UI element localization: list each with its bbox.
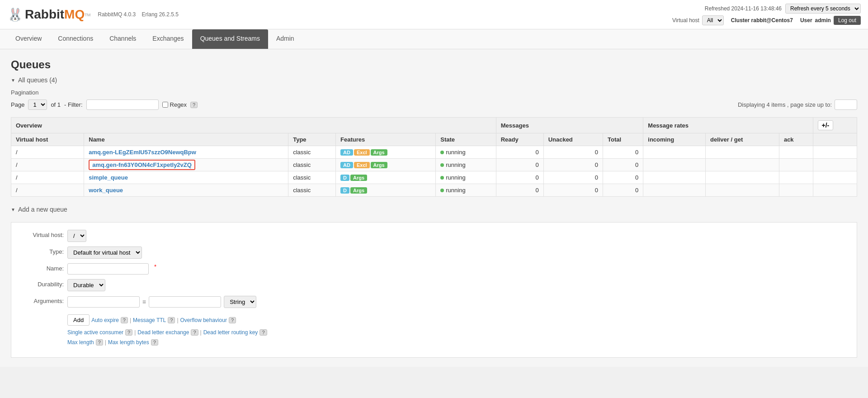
header: 🐰 RabbitMQTM RabbitMQ 4.0.3 Erlang 26.2.…	[0, 0, 868, 29]
feature-tag-args[interactable]: Args	[350, 175, 367, 181]
of-label: of 1	[51, 101, 61, 108]
collapse-arrow: ▼	[11, 78, 15, 83]
hint-dead-letter-exchange[interactable]: Dead letter exchange	[137, 329, 189, 336]
cell-state: running	[436, 184, 496, 197]
cell-name: amq.gen-fn63Y0ON4cF1xpetly2vZQ	[84, 159, 288, 171]
queue-name-link[interactable]: work_queue	[89, 187, 123, 194]
vhost-form-label: Virtual host:	[19, 230, 64, 238]
sep1: |	[130, 317, 131, 323]
cell-type: classic	[288, 184, 336, 197]
hint-dead-letter-routing[interactable]: Dead letter routing key	[203, 329, 258, 336]
durability-select[interactable]: Durable	[67, 279, 105, 291]
single-active-help[interactable]: ?	[125, 329, 132, 336]
cell-total: 0	[603, 159, 643, 171]
refresh-row: Refreshed 2024-11-16 13:48:46 Refresh ev…	[672, 4, 861, 14]
feature-tag-d[interactable]: D	[340, 187, 349, 194]
regex-checkbox[interactable]	[162, 102, 168, 108]
hint-message-ttl[interactable]: Message TTL	[133, 317, 166, 323]
display-text: Displaying 4 items , page size up to:	[738, 101, 832, 108]
state-text: running	[446, 187, 465, 194]
auto-expire-help[interactable]: ?	[121, 317, 128, 323]
sep5: |	[105, 339, 106, 346]
cell-virtual-host: /	[11, 146, 84, 159]
table-row: /work_queueclassicDArgsrunning000	[11, 184, 857, 197]
args-type-select[interactable]: String	[224, 296, 256, 308]
hint-max-length-bytes[interactable]: Max length bytes	[108, 339, 149, 346]
nav-admin[interactable]: Admin	[268, 29, 302, 49]
max-length-help[interactable]: ?	[96, 339, 103, 346]
logout-button[interactable]: Log out	[834, 16, 861, 25]
cell-unacked: 0	[543, 184, 603, 197]
nav-connections[interactable]: Connections	[50, 29, 101, 49]
add-queue-button[interactable]: Add	[67, 314, 90, 326]
vhost-select[interactable]: All	[702, 15, 724, 25]
messages-header: Messages	[496, 118, 643, 133]
queue-name-link[interactable]: amq.gen-fn63Y0ON4cF1xpetly2vZQ	[92, 161, 192, 168]
nav-exchanges[interactable]: Exchanges	[144, 29, 192, 49]
cell-state: running	[436, 159, 496, 171]
feature-tag-excl[interactable]: Excl	[354, 149, 370, 156]
nav: Overview Connections Channels Exchanges …	[0, 29, 868, 49]
filter-input[interactable]	[86, 100, 159, 110]
queue-table-body: /amq.gen-LEgZEmIU57szzO9NewqBpwclassicAD…	[11, 146, 857, 197]
hint-auto-expire[interactable]: Auto expire	[91, 317, 119, 323]
feature-tag-ad[interactable]: AD	[340, 149, 353, 156]
cell-incoming	[643, 159, 706, 171]
add-queue-label: Add a new queue	[18, 206, 67, 213]
plus-minus-button[interactable]: +/-	[818, 120, 834, 130]
args-form-label: Arguments:	[19, 296, 64, 304]
nav-queues[interactable]: Queues and Streams	[192, 29, 268, 49]
feature-tag-args[interactable]: Args	[371, 149, 387, 156]
durability-form-row: Durability: Durable	[19, 279, 849, 291]
add-queue-section-header[interactable]: ▼ Add a new queue	[11, 206, 857, 213]
regex-label[interactable]: Regex	[162, 101, 187, 108]
all-queues-label: All queues (4)	[18, 76, 57, 84]
nav-overview[interactable]: Overview	[7, 29, 50, 49]
th-empty	[813, 133, 857, 146]
regex-help-button[interactable]: ?	[190, 102, 198, 108]
page-select[interactable]: 1	[28, 100, 47, 110]
args-value-input[interactable]	[149, 296, 221, 308]
feature-tag-ad[interactable]: AD	[340, 162, 353, 168]
feature-tag-d[interactable]: D	[340, 175, 349, 181]
dead-letter-exchange-help[interactable]: ?	[191, 329, 198, 336]
page-size-input[interactable]: 100	[835, 100, 857, 110]
queue-name-link[interactable]: amq.gen-LEgZEmIU57szzO9NewqBpw	[89, 149, 196, 156]
overflow-help[interactable]: ?	[229, 317, 236, 323]
th-state: State	[436, 133, 496, 146]
refresh-select[interactable]: Refresh every 5 seconds	[785, 4, 861, 14]
logo-mq: MQ	[64, 7, 85, 21]
dead-letter-routing-help[interactable]: ?	[259, 329, 267, 336]
new-queue-name-input[interactable]	[67, 263, 149, 275]
feature-tag-args[interactable]: Args	[371, 162, 387, 168]
name-form-label: Name:	[19, 263, 64, 272]
cell-ack	[779, 159, 813, 171]
cell-state: running	[436, 171, 496, 184]
feature-tag-excl[interactable]: Excl	[354, 162, 370, 168]
feature-tag-args[interactable]: Args	[350, 187, 367, 194]
cell-ack	[779, 171, 813, 184]
plus-minus-btn[interactable]: +/-	[813, 118, 857, 133]
state-dot	[440, 163, 444, 167]
cluster-info: Cluster rabbit@Centos7	[731, 17, 793, 24]
message-ttl-help[interactable]: ?	[168, 317, 175, 323]
state-text: running	[446, 149, 465, 156]
args-key-input[interactable]	[67, 296, 140, 308]
queue-name-link[interactable]: simple_queue	[89, 174, 128, 181]
th-ready: Ready	[496, 133, 543, 146]
hint-max-length[interactable]: Max length	[67, 339, 94, 346]
all-queues-section-header[interactable]: ▼ All queues (4)	[11, 76, 857, 84]
new-queue-type-select[interactable]: Default for virtual host	[67, 246, 142, 259]
new-queue-vhost-select[interactable]: /	[67, 230, 86, 242]
hint-overflow[interactable]: Overflow behaviour	[180, 317, 227, 323]
nav-channels[interactable]: Channels	[101, 29, 144, 49]
logo-tm: TM	[85, 13, 90, 17]
queue-table: Overview Messages Message rates +/- Virt…	[11, 117, 857, 197]
cell-empty	[813, 184, 857, 197]
erlang-version: Erlang 26.2.5.5	[142, 11, 179, 18]
filter-label: - Filter:	[64, 101, 82, 108]
cell-ack	[779, 146, 813, 159]
max-length-bytes-help[interactable]: ?	[151, 339, 158, 346]
cell-ready: 0	[496, 146, 543, 159]
hint-single-active[interactable]: Single active consumer	[67, 329, 123, 336]
